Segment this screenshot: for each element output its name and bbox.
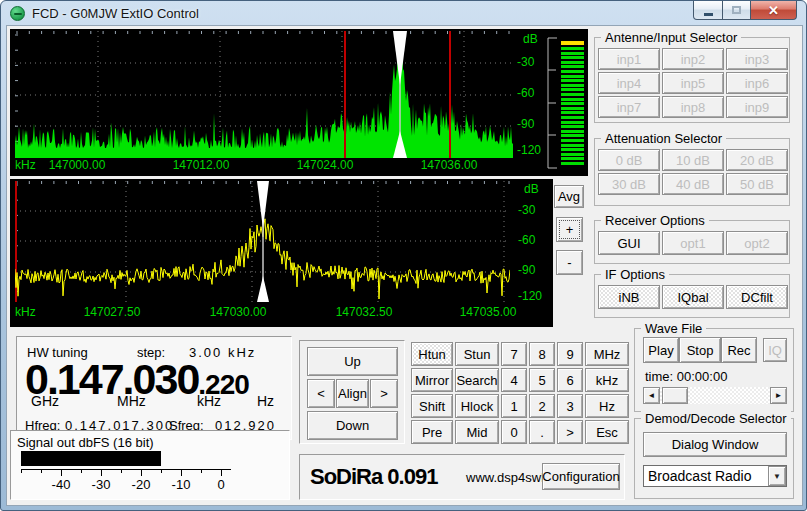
- receiver-buttons: GUI opt1 opt2: [598, 231, 788, 255]
- input-5-button[interactable]: inp5: [662, 72, 724, 94]
- play-button[interactable]: Play: [643, 337, 679, 363]
- scroll-left-button[interactable]: ◄: [643, 387, 660, 404]
- atten-40db-button[interactable]: 40 dB: [662, 173, 724, 195]
- mode-mirror-button[interactable]: Mirror: [411, 368, 453, 392]
- key-6[interactable]: 6: [557, 368, 583, 392]
- key-khz[interactable]: kHz: [585, 368, 629, 392]
- wave-position-scrollbar: ◄ ►: [643, 387, 787, 404]
- x-tick-label: 147035.00: [460, 305, 517, 319]
- minimize-button[interactable]: [693, 1, 723, 20]
- input-8-button[interactable]: inp8: [662, 96, 724, 118]
- mode-mid-button[interactable]: Mid: [455, 420, 499, 444]
- key-9[interactable]: 9: [557, 342, 583, 366]
- close-button[interactable]: ✕: [751, 1, 797, 20]
- antenna-selector-group: Antenne/Input Selector inp1 inp2 inp3 in…: [594, 37, 790, 123]
- input-2-button[interactable]: inp2: [662, 48, 724, 70]
- scroll-right-button[interactable]: ►: [770, 387, 787, 404]
- dialog-window-button[interactable]: Dialog Window: [643, 432, 787, 457]
- attenuation-selector-group: Attenuation Selector 0 dB 10 dB 20 dB 30…: [594, 138, 790, 206]
- scrollbar-thumb[interactable]: [662, 387, 688, 404]
- input-9-button[interactable]: inp9: [726, 96, 788, 118]
- wave-time-label: time: 00:00:00: [645, 369, 727, 384]
- key-hz[interactable]: Hz: [585, 394, 629, 418]
- antenna-selector-title: Antenne/Input Selector: [601, 30, 741, 45]
- level-meter-scale: [546, 37, 558, 169]
- if-level-meter-peak: [561, 41, 584, 45]
- key-esc[interactable]: Esc: [585, 420, 629, 444]
- key-0[interactable]: 0: [501, 420, 527, 444]
- demod-selector-title: Demod/Decode Selector: [641, 411, 791, 426]
- spectrum-zoom-plot[interactable]: [15, 181, 510, 302]
- gui-button[interactable]: GUI: [598, 231, 660, 255]
- db-tick-label: -90: [518, 263, 535, 277]
- key-mhz[interactable]: MHz: [585, 342, 629, 366]
- spectrum-top-panel: kHz 147000.00 147012.00 147024.00 147036…: [10, 29, 588, 176]
- atten-0db-button[interactable]: 0 dB: [598, 149, 660, 171]
- iqbal-button[interactable]: IQbal: [662, 285, 724, 309]
- mode-htun-button[interactable]: Htun: [411, 342, 453, 366]
- stop-button[interactable]: Stop: [679, 337, 721, 363]
- minimize-icon: [704, 13, 713, 16]
- tune-down-button[interactable]: Down: [307, 411, 398, 440]
- key-3[interactable]: 3: [557, 394, 583, 418]
- spectrum-top-plot[interactable]: [15, 31, 513, 158]
- app-version: SoDiRa 0.091: [310, 464, 437, 490]
- opt1-button[interactable]: opt1: [662, 231, 724, 255]
- input-1-button[interactable]: inp1: [598, 48, 660, 70]
- tune-right-button[interactable]: >: [370, 379, 398, 408]
- atten-30db-button[interactable]: 30 dB: [598, 173, 660, 195]
- chevron-down-icon[interactable]: ▼: [768, 466, 786, 486]
- signal-out-label: Signal out dbFS (16 bit): [17, 435, 154, 450]
- x-tick-label: 147027.50: [84, 305, 141, 319]
- input-6-button[interactable]: inp6: [726, 72, 788, 94]
- spectrum-top-db-scale: dB -30 -60 -90 -120: [517, 29, 549, 176]
- mode-search-button[interactable]: Search: [455, 368, 499, 392]
- db-tick-label: -120: [518, 289, 542, 303]
- signal-scale-label: -10: [172, 477, 191, 492]
- align-button[interactable]: Align: [336, 379, 369, 408]
- attenuation-buttons: 0 dB 10 dB 20 dB 30 dB 40 dB 50 dB: [598, 149, 788, 195]
- key-4[interactable]: 4: [501, 368, 527, 392]
- close-icon: ✕: [768, 3, 779, 18]
- mode-hlock-button[interactable]: Hlock: [455, 394, 499, 418]
- scrollbar-track[interactable]: [660, 387, 770, 404]
- atten-50db-button[interactable]: 50 dB: [726, 173, 788, 195]
- mode-stun-button[interactable]: Stun: [455, 342, 499, 366]
- key-2[interactable]: 2: [529, 394, 555, 418]
- tune-cursor-top-icon: [393, 31, 407, 85]
- opt2-button[interactable]: opt2: [726, 231, 788, 255]
- mode-pre-button[interactable]: Pre: [411, 420, 453, 444]
- input-4-button[interactable]: inp4: [598, 72, 660, 94]
- dcfilt-button[interactable]: DCfilt: [726, 285, 788, 309]
- db-tick-label: -30: [517, 55, 534, 69]
- average-button[interactable]: Avg: [554, 185, 584, 208]
- demod-mode-select[interactable]: Broadcast Radio ▼: [643, 465, 787, 487]
- key-7[interactable]: 7: [501, 342, 527, 366]
- atten-10db-button[interactable]: 10 dB: [662, 149, 724, 171]
- tune-nav-group: Up < Align > Down: [299, 340, 405, 444]
- antenna-buttons: inp1 inp2 inp3 inp4 inp5 inp6 inp7 inp8 …: [598, 48, 788, 118]
- atten-20db-button[interactable]: 20 dB: [726, 149, 788, 171]
- tune-up-button[interactable]: Up: [307, 347, 398, 376]
- key-enter[interactable]: >: [557, 420, 583, 444]
- record-button[interactable]: Rec: [721, 337, 757, 363]
- input-3-button[interactable]: inp3: [726, 48, 788, 70]
- signal-scale-label: -30: [92, 477, 111, 492]
- input-7-button[interactable]: inp7: [598, 96, 660, 118]
- key-5[interactable]: 5: [529, 368, 555, 392]
- maximize-button[interactable]: [723, 1, 751, 20]
- tune-left-button[interactable]: <: [307, 379, 335, 408]
- iq-button[interactable]: IQ: [763, 338, 787, 362]
- attenuation-selector-title: Attenuation Selector: [601, 131, 726, 146]
- mode-shift-button[interactable]: Shift: [411, 394, 453, 418]
- zoom-out-button[interactable]: -: [556, 250, 583, 275]
- key-dot[interactable]: .: [529, 420, 555, 444]
- configuration-button[interactable]: Configuration: [542, 463, 620, 490]
- key-8[interactable]: 8: [529, 342, 555, 366]
- key-1[interactable]: 1: [501, 394, 527, 418]
- maximize-icon: [732, 6, 741, 14]
- hw-tuning-panel: HW tuning step: 3.00 kHz 0.147.030 .220 …: [16, 336, 292, 440]
- zoom-in-button[interactable]: +: [556, 217, 583, 242]
- inb-button[interactable]: iNB: [598, 285, 660, 309]
- branding-panel: SoDiRa 0.091 www.dsp4swls.de Configurati…: [299, 454, 625, 500]
